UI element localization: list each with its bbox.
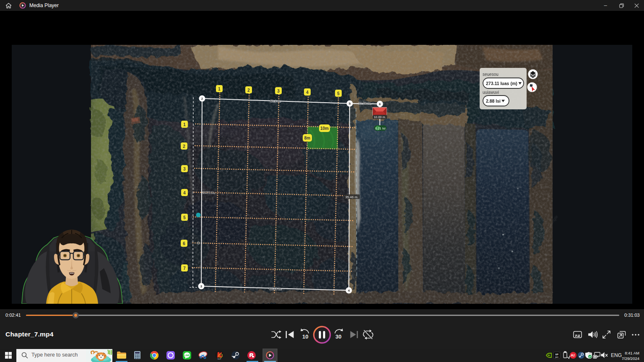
svg-text:8m: 8m xyxy=(304,136,311,140)
svg-text:A!: A! xyxy=(571,353,575,357)
svg-text:XP: XP xyxy=(555,353,558,356)
svg-text:3: 3 xyxy=(200,284,203,288)
svg-text:1: 1 xyxy=(183,122,186,127)
svg-text:uuiawuvi: uuiawuvi xyxy=(483,90,499,95)
svg-text:60.18 m.: 60.18 m. xyxy=(269,287,282,291)
svg-text:273.11 luas (m): 273.11 luas (m) xyxy=(486,81,517,86)
svg-text:seuesou: seuesou xyxy=(483,72,499,77)
svg-text:60.1 m.: 60.1 m. xyxy=(270,99,281,103)
svg-text:4: 4 xyxy=(183,191,186,195)
svg-text:3: 3 xyxy=(183,167,186,171)
svg-text:GenP: GenP xyxy=(217,358,221,360)
svg-text:LINE: LINE xyxy=(184,354,190,357)
svg-text:2.88 Isi: 2.88 Isi xyxy=(486,98,501,103)
svg-text:pen: pen xyxy=(555,356,558,358)
svg-text:2: 2 xyxy=(201,97,203,101)
svg-text:1: 1 xyxy=(218,87,221,91)
svg-text:10.09 m.: 10.09 m. xyxy=(374,115,386,119)
svg-text:5: 5 xyxy=(337,91,340,96)
svg-text:6: 6 xyxy=(379,102,381,106)
svg-text:10: 10 xyxy=(302,334,308,340)
svg-text:35.46 m.: 35.46 m. xyxy=(345,195,358,199)
svg-text:5: 5 xyxy=(349,102,351,106)
svg-text:4: 4 xyxy=(348,289,350,292)
svg-text:30: 30 xyxy=(335,334,341,340)
svg-text:2: 2 xyxy=(247,88,250,93)
svg-text:5: 5 xyxy=(183,215,186,220)
svg-text:2: 2 xyxy=(183,144,185,149)
svg-text:3: 3 xyxy=(277,89,280,93)
svg-text:25.74 m.: 25.74 m. xyxy=(202,191,215,194)
svg-text:12.08 m.: 12.08 m. xyxy=(358,101,371,105)
svg-text:4: 4 xyxy=(306,90,309,95)
svg-text:10m: 10m xyxy=(320,126,329,131)
svg-text:6: 6 xyxy=(183,241,185,246)
svg-text:0.21 Isi: 0.21 Isi xyxy=(375,127,386,130)
svg-text:7: 7 xyxy=(183,266,186,271)
